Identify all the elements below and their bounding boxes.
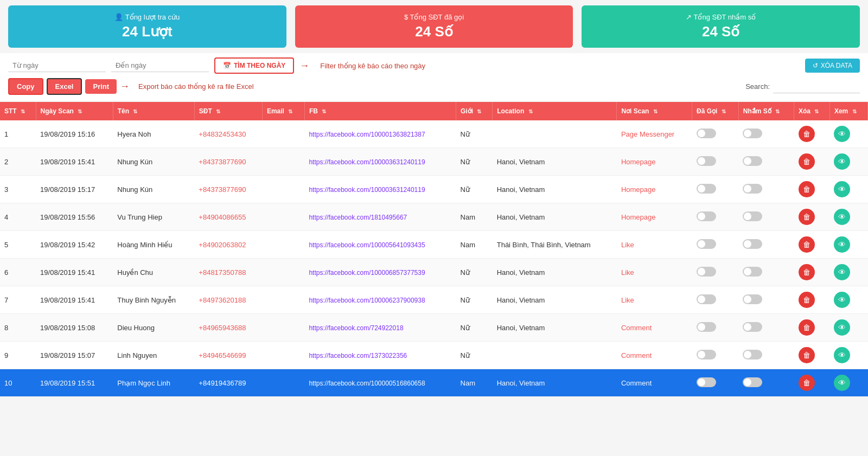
nham-so-toggle[interactable]: [743, 294, 762, 304]
view-button[interactable]: 👁: [834, 181, 850, 197]
scan-link[interactable]: Like: [621, 268, 634, 277]
fb-link[interactable]: https://facebook.com/100006237900938: [309, 297, 425, 304]
delete-button[interactable]: 🗑: [799, 236, 815, 253]
fb-link[interactable]: https://facebook.com/100003631240119: [309, 186, 425, 194]
view-button[interactable]: 👁: [834, 319, 850, 336]
fb-link[interactable]: https://facebook.com/100006857377539: [309, 269, 425, 277]
cell-gioi: Nam: [456, 203, 493, 231]
data-table: STT ⇅ Ngày Scan ⇅ Tên ⇅ SĐT ⇅ Email ⇅ FB…: [0, 102, 868, 397]
table-row: 7 19/08/2019 15:41 Thuy Binh Nguyễn +849…: [0, 286, 868, 314]
col-stt[interactable]: STT ⇅: [0, 102, 36, 120]
col-ten[interactable]: Tên ⇅: [113, 102, 194, 120]
view-button[interactable]: 👁: [834, 264, 850, 280]
fb-link[interactable]: https://facebook.com/724922018: [309, 324, 403, 332]
view-button[interactable]: 👁: [834, 347, 850, 363]
delete-button[interactable]: 🗑: [799, 181, 815, 197]
scan-link[interactable]: Like: [621, 241, 634, 249]
view-button[interactable]: 👁: [834, 126, 850, 142]
delete-button[interactable]: 🗑: [799, 292, 815, 308]
nham-so-toggle[interactable]: [743, 377, 762, 387]
search-input[interactable]: [773, 80, 860, 93]
scan-link[interactable]: Comment: [621, 324, 652, 332]
col-xoa[interactable]: Xóa ⇅: [794, 102, 830, 120]
da-goi-toggle[interactable]: [697, 156, 716, 166]
delete-button[interactable]: 🗑: [799, 209, 815, 225]
refresh-icon: ↺: [813, 62, 818, 69]
col-da-goi[interactable]: Đã Gọi ⇅: [692, 102, 739, 120]
view-button[interactable]: 👁: [834, 375, 850, 391]
print-button[interactable]: Print: [85, 79, 117, 94]
delete-button[interactable]: 🗑: [799, 153, 815, 170]
to-date-input[interactable]: [111, 59, 209, 72]
copy-button[interactable]: Copy: [8, 78, 43, 95]
cell-noi-scan: Like: [617, 259, 692, 286]
delete-button[interactable]: 🗑: [799, 319, 815, 336]
phone-link[interactable]: +84973620188: [199, 296, 246, 304]
col-email[interactable]: Email ⇅: [262, 102, 304, 120]
col-location[interactable]: Location ⇅: [493, 102, 617, 120]
view-button[interactable]: 👁: [834, 153, 850, 170]
fb-link[interactable]: https://facebook.com/100000516860658: [309, 380, 425, 387]
col-fb[interactable]: FB ⇅: [304, 102, 456, 120]
cell-da-goi: [692, 176, 739, 203]
excel-button[interactable]: Excel: [47, 78, 82, 95]
nham-so-toggle[interactable]: [743, 350, 762, 359]
fb-link[interactable]: https://facebook.com/100003631240119: [309, 158, 425, 166]
phone-link[interactable]: +84902063802: [199, 241, 246, 249]
scan-link[interactable]: Like: [621, 296, 634, 304]
nham-so-toggle[interactable]: [743, 267, 762, 277]
xoa-data-button[interactable]: ↺ XÓA DATA: [805, 59, 860, 73]
da-goi-toggle[interactable]: [697, 239, 716, 249]
da-goi-toggle[interactable]: [697, 211, 716, 221]
phone-link[interactable]: +84904086655: [199, 213, 246, 221]
scan-link[interactable]: Homepage: [621, 158, 656, 166]
fb-link[interactable]: https://facebook.com/100005641093435: [309, 241, 425, 249]
delete-button[interactable]: 🗑: [799, 347, 815, 363]
nham-so-toggle[interactable]: [743, 156, 762, 166]
da-goi-toggle[interactable]: [697, 322, 716, 332]
da-goi-toggle[interactable]: [697, 377, 716, 387]
col-xem[interactable]: Xem ⇅: [829, 102, 867, 120]
from-date-input[interactable]: [8, 59, 106, 72]
da-goi-toggle[interactable]: [697, 184, 716, 194]
da-goi-toggle[interactable]: [697, 294, 716, 304]
phone-link[interactable]: +84946546699: [199, 351, 246, 359]
search-by-date-button[interactable]: 📅 TÌM THEO NGÀY: [214, 57, 294, 74]
fb-link[interactable]: https://facebook.com/1373022356: [309, 352, 407, 359]
scan-link[interactable]: Homepage: [621, 185, 656, 194]
scan-link[interactable]: Comment: [621, 351, 652, 359]
da-goi-toggle[interactable]: [697, 267, 716, 277]
da-goi-toggle[interactable]: [697, 129, 716, 138]
phone-link[interactable]: +84832453430: [199, 130, 246, 138]
phone-link[interactable]: +84919436789: [199, 379, 246, 387]
scan-link[interactable]: Page Messenger: [621, 130, 674, 138]
col-sdt[interactable]: SĐT ⇅: [194, 102, 262, 120]
view-button[interactable]: 👁: [834, 236, 850, 253]
view-button[interactable]: 👁: [834, 209, 850, 225]
cell-ten: Hyera Noh: [113, 120, 194, 148]
fb-link[interactable]: https://facebook.com/1810495667: [309, 214, 407, 221]
phone-link[interactable]: +84373877690: [199, 158, 246, 166]
delete-button[interactable]: 🗑: [799, 264, 815, 280]
phone-link[interactable]: +84817350788: [199, 268, 246, 277]
col-nham-so[interactable]: Nhầm Số ⇅: [738, 102, 794, 120]
da-goi-toggle[interactable]: [697, 350, 716, 359]
delete-button[interactable]: 🗑: [799, 126, 815, 142]
view-button[interactable]: 👁: [834, 292, 850, 308]
cell-ten: Nhung Kún: [113, 176, 194, 203]
scan-link[interactable]: Homepage: [621, 213, 656, 221]
scan-link[interactable]: Comment: [621, 379, 652, 387]
delete-button[interactable]: 🗑: [799, 375, 815, 391]
cell-location: Hanoi, Vietnam: [493, 203, 617, 231]
nham-so-toggle[interactable]: [743, 129, 762, 138]
col-ngay-scan[interactable]: Ngày Scan ⇅: [36, 102, 113, 120]
nham-so-toggle[interactable]: [743, 184, 762, 194]
phone-link[interactable]: +84965943688: [199, 324, 246, 332]
nham-so-toggle[interactable]: [743, 211, 762, 221]
nham-so-toggle[interactable]: [743, 322, 762, 332]
fb-link[interactable]: https://facebook.com/100001363821387: [309, 131, 425, 138]
col-gioi[interactable]: Giới ⇅: [456, 102, 493, 120]
nham-so-toggle[interactable]: [743, 239, 762, 249]
col-noi-scan[interactable]: Nơi Scan ⇅: [617, 102, 692, 120]
phone-link[interactable]: +84373877690: [199, 185, 246, 194]
